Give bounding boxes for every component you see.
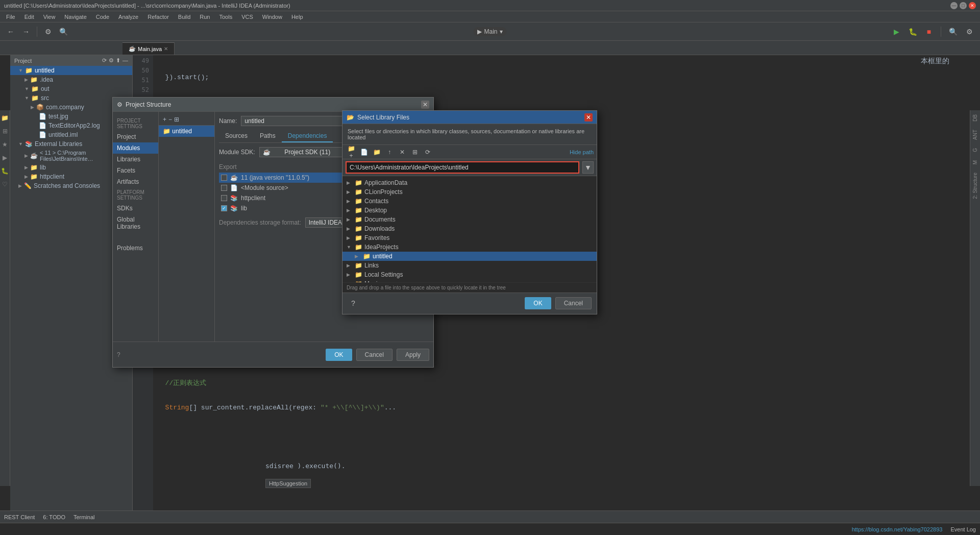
slf-cancel-button[interactable]: Cancel [555,297,592,309]
ps-cancel-button[interactable]: Cancel [356,349,393,361]
menu-file[interactable]: File [2,13,19,21]
event-log-button[interactable]: Event Log [950,526,976,532]
collapse-icon[interactable]: — [122,57,128,64]
dep-checkbox[interactable] [221,185,227,191]
slf-path-btn[interactable]: ▼ [582,161,594,174]
ps-ok-button[interactable]: OK [326,349,352,361]
slf-delete-button[interactable]: ✕ [397,147,408,158]
2-structure-icon[interactable]: 2: Structure [972,171,978,201]
slf-tree-item-contacts[interactable]: ▶ 📁 Contacts [342,197,597,206]
settings-icon[interactable]: ⚙ [109,57,114,64]
ps-nav-artifacts[interactable]: Artifacts [113,176,158,187]
debug-tool-icon[interactable]: 🐛 [1,167,9,175]
ps-apply-button[interactable]: Apply [397,349,429,361]
toolbar-search-everywhere[interactable]: 🔍 [57,25,70,38]
add-module-icon[interactable]: + [163,116,166,123]
structure-icon[interactable]: ⊞ [3,128,8,135]
menu-edit[interactable]: Edit [20,13,38,21]
debug-button[interactable]: 🐛 [906,25,919,38]
ps-tab-dependencies[interactable]: Dependencies [282,130,333,142]
ps-tab-paths[interactable]: Paths [254,130,282,142]
todo-tab[interactable]: 6: TODO [43,514,65,520]
slf-tree-item-appdata[interactable]: ▶ 📁 ApplicationData [342,178,597,187]
menu-help[interactable]: Help [287,13,307,21]
maven-icon[interactable]: M [972,158,978,166]
database-icon[interactable]: DB [972,112,978,124]
copy-module-icon[interactable]: ⊞ [174,116,179,123]
menu-run[interactable]: Run [195,13,214,21]
slf-path-input[interactable] [346,161,579,174]
project-structure-close-button[interactable]: ✕ [421,101,429,109]
ps-sdk-select[interactable]: ☕ Project SDK (11) ▾ [259,147,351,157]
gradle-icon[interactable]: G [972,146,978,154]
menu-refactor[interactable]: Refactor [143,13,173,21]
ps-nav-project[interactable]: Project [113,131,158,142]
slf-tree-item-downloads[interactable]: ▶ 📁 Downloads [342,224,597,233]
rest-client-tab[interactable]: REST Client [4,514,35,520]
slf-tree-item-localsettings[interactable]: ▶ 📁 Local Settings [342,270,597,279]
menu-window[interactable]: Window [258,13,286,21]
close-button[interactable]: ✕ [969,2,976,9]
terminal-tab[interactable]: Terminal [74,514,95,520]
slf-tree-item-links[interactable]: ▶ 📁 Links [342,261,597,270]
editor-tab-main[interactable]: ☕ Main.java ✕ [122,42,175,55]
run-button[interactable]: ▶ [890,25,903,38]
slf-hide-path-button[interactable]: Hide path [570,149,594,155]
favorites-icon[interactable]: ♡ [2,181,8,188]
stop-button[interactable]: ■ [922,25,936,38]
toolbar-settings2[interactable]: ⚙ [963,25,976,38]
slf-tree-item-untitled[interactable]: ▶ 📁 untitled [342,252,597,261]
tree-item-out[interactable]: ▼ 📁 out [10,84,132,93]
toolbar-settings[interactable]: ⚙ [41,25,55,38]
slf-tree-item-documents[interactable]: ▶ 📁 Documents [342,215,597,224]
tab-close-icon[interactable]: ✕ [164,46,168,52]
minimize-button[interactable]: — [950,2,958,9]
tree-item-untitled[interactable]: ▼ 📁 untitled [10,66,132,75]
run-tool-icon[interactable]: ▶ [3,154,7,161]
menu-code[interactable]: Code [92,13,113,21]
ps-nav-sdks[interactable]: SDKs [113,203,158,214]
ps-tab-sources[interactable]: Sources [219,130,254,142]
menu-analyze[interactable]: Analyze [114,13,142,21]
slf-folder-button[interactable]: 📁 [371,147,382,158]
menu-view[interactable]: View [39,13,60,21]
toolbar-forward[interactable]: → [19,25,33,38]
slf-tree-item-favorites[interactable]: ▶ 📁 Favorites [342,233,597,242]
ps-nav-modules[interactable]: Modules [113,142,158,154]
ant-icon[interactable]: ANT [972,128,978,142]
ps-name-input[interactable] [241,116,343,126]
ps-nav-global-libraries[interactable]: Global Libraries [113,214,158,232]
toolbar-search[interactable]: 🔍 [946,25,960,38]
slf-new-folder-button[interactable]: 📁+ [346,147,357,158]
toolbar-back[interactable]: ← [4,25,17,38]
menu-vcs[interactable]: VCS [237,13,257,21]
bookmark-icon[interactable]: ★ [2,141,8,148]
menu-navigate[interactable]: Navigate [60,13,90,21]
slf-up-button[interactable]: ↑ [384,147,395,158]
project-icon[interactable]: 📁 [1,114,9,121]
ps-nav-facets[interactable]: Facets [113,165,158,176]
ps-module-item-untitled[interactable]: 📁 untitled [159,126,214,137]
select-library-close-button[interactable]: ✕ [584,113,593,121]
slf-tree-item-desktop[interactable]: ▶ 📁 Desktop [342,206,597,215]
slf-refresh-button[interactable]: ⟳ [422,147,433,158]
tree-item-idea[interactable]: ▶ 📁 .idea [10,75,132,84]
sort-icon[interactable]: ⬆ [116,57,120,64]
slf-file-tree[interactable]: ▶ 📁 ApplicationData ▶ 📁 CLionProjects ▶ … [342,176,597,282]
ps-nav-libraries[interactable]: Libraries [113,154,158,165]
dep-checkbox[interactable] [221,195,227,201]
slf-tree-item-clion[interactable]: ▶ 📁 CLionProjects [342,187,597,197]
sync-icon[interactable]: ⟳ [102,57,107,64]
ps-help-icon[interactable]: ? [117,351,120,358]
slf-tree-item-ideaprojects[interactable]: ▼ 📁 IdeaProjects [342,242,597,252]
slf-expand-button[interactable]: ⊞ [409,147,421,158]
slf-help-button[interactable]: ? [348,298,359,309]
menu-tools[interactable]: Tools [215,13,236,21]
remove-module-icon[interactable]: − [168,116,172,123]
maximize-button[interactable]: □ [960,2,967,9]
ps-nav-problems[interactable]: Problems [113,242,158,254]
dep-checkbox[interactable] [221,175,227,181]
slf-ok-button[interactable]: OK [525,297,551,309]
dep-checkbox[interactable]: ✓ [221,205,227,211]
menu-build[interactable]: Build [174,13,194,21]
